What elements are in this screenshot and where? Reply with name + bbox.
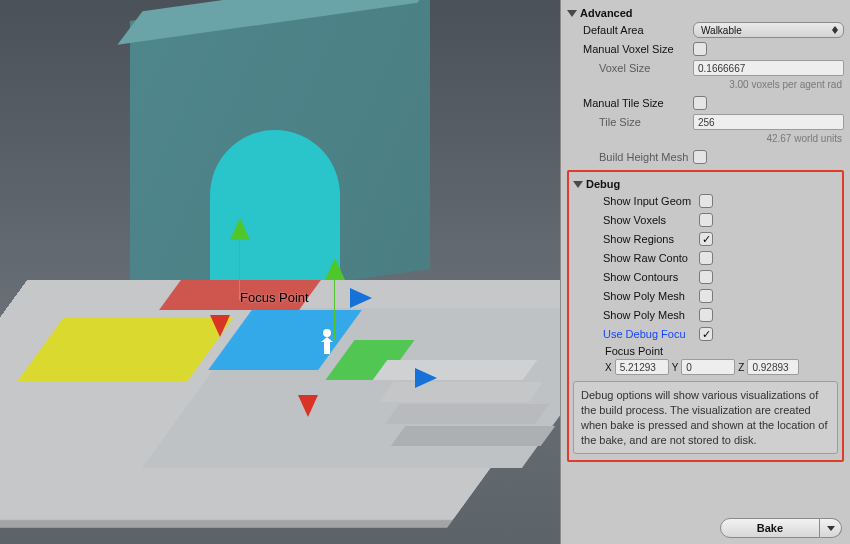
debug-item-checkbox[interactable] [699,270,713,284]
tile-size-label: Tile Size [567,116,693,128]
bake-button-label: Bake [757,522,783,534]
debug-item-row: Show Contours [573,268,838,286]
debug-item-checkbox[interactable] [699,308,713,322]
debug-item-checkbox[interactable] [699,232,713,246]
default-area-value: Walkable [701,25,742,36]
debug-header-label: Debug [586,178,620,190]
x-label: X [605,362,612,373]
debug-item-row: Show Voxels [573,211,838,229]
scene-arch [210,130,340,300]
height-mesh-checkbox[interactable] [693,150,707,164]
default-area-label: Default Area [567,24,693,36]
gizmo-y-arrow-icon[interactable] [325,258,345,280]
focus-point-label-row: Focus Point [573,345,838,357]
scene-stairs [380,360,540,470]
foldout-open-icon [573,181,583,188]
default-area-row: Default Area Walkable [567,21,844,39]
debug-item-label: Show Voxels [573,214,699,226]
focus-x-input[interactable]: 5.21293 [615,359,669,375]
voxel-size-label: Voxel Size [567,62,693,74]
tile-size-input[interactable]: 256 [693,114,844,130]
foldout-open-icon [567,10,577,17]
debug-item-checkbox[interactable] [699,194,713,208]
manual-tile-checkbox[interactable] [693,96,707,110]
manual-tile-row: Manual Tile Size [567,94,844,112]
voxel-size-row: Voxel Size 0.1666667 [567,59,844,77]
focus-y-input[interactable]: 0 [681,359,735,375]
debug-item-row: Show Poly Mesh [573,287,838,305]
debug-item-checkbox[interactable] [699,251,713,265]
voxel-size-input[interactable]: 0.1666667 [693,60,844,76]
gizmo-x-arrow-icon[interactable] [298,395,318,417]
debug-item-checkbox[interactable] [699,213,713,227]
inspector-panel: Advanced Default Area Walkable Manual Vo… [560,0,850,544]
debug-item-label: Show Input Geom [573,195,699,207]
debug-item-row: Show Regions [573,230,838,248]
debug-item-checkbox[interactable] [699,289,713,303]
debug-item-row: Show Poly Mesh [573,306,838,324]
debug-item-label: Use Debug Focu [573,328,699,340]
bake-button[interactable]: Bake [720,518,820,538]
advanced-header-label: Advanced [580,7,633,19]
manual-tile-label: Manual Tile Size [567,97,693,109]
focus-point-label: Focus Point [605,345,663,357]
height-mesh-label: Build Height Mesh [567,151,693,163]
gizmo-z-arrow-icon[interactable] [350,288,372,308]
y-label: Y [672,362,679,373]
focus-z-input[interactable]: 0.92893 [747,359,799,375]
advanced-foldout-header[interactable]: Advanced [567,4,844,20]
z-label: Z [738,362,744,373]
svg-point-0 [323,329,331,337]
debug-item-row: Show Input Geom [573,192,838,210]
height-mesh-row: Build Height Mesh [567,148,844,166]
debug-info-text: Debug options will show various visualiz… [573,381,838,454]
voxel-helper-text: 3.00 voxels per agent rad [567,78,844,93]
debug-item-checkbox[interactable] [699,327,713,341]
debug-item-row: Show Raw Conto [573,249,838,267]
manual-voxel-checkbox[interactable] [693,42,707,56]
debug-item-label: Show Contours [573,271,699,283]
default-area-select[interactable]: Walkable [693,22,844,38]
bake-footer: Bake [720,518,842,538]
debug-item-label: Show Regions [573,233,699,245]
debug-item-label: Show Poly Mesh [573,309,699,321]
focus-point-vector: X5.21293 Y0 Z0.92893 [573,359,838,375]
debug-item-label: Show Raw Conto [573,252,699,264]
debug-foldout-header[interactable]: Debug [573,175,838,191]
tile-size-row: Tile Size 256 [567,113,844,131]
gizmo-x-arrow-icon[interactable] [210,315,230,337]
debug-item-row: Use Debug Focu [573,325,838,343]
agent-icon [317,328,337,361]
scene-viewport[interactable]: Focus Point [0,0,560,544]
bake-dropdown-button[interactable] [820,518,842,538]
manual-voxel-row: Manual Voxel Size [567,40,844,58]
tile-helper-text: 42.67 world units [567,132,844,147]
debug-section-highlight: Debug Show Input GeomShow VoxelsShow Reg… [567,170,844,462]
focus-point-label: Focus Point [240,290,309,305]
gizmo-y-arrow-icon[interactable] [230,218,250,240]
gizmo-z-arrow-icon[interactable] [415,368,437,388]
manual-voxel-label: Manual Voxel Size [567,43,693,55]
debug-item-label: Show Poly Mesh [573,290,699,302]
